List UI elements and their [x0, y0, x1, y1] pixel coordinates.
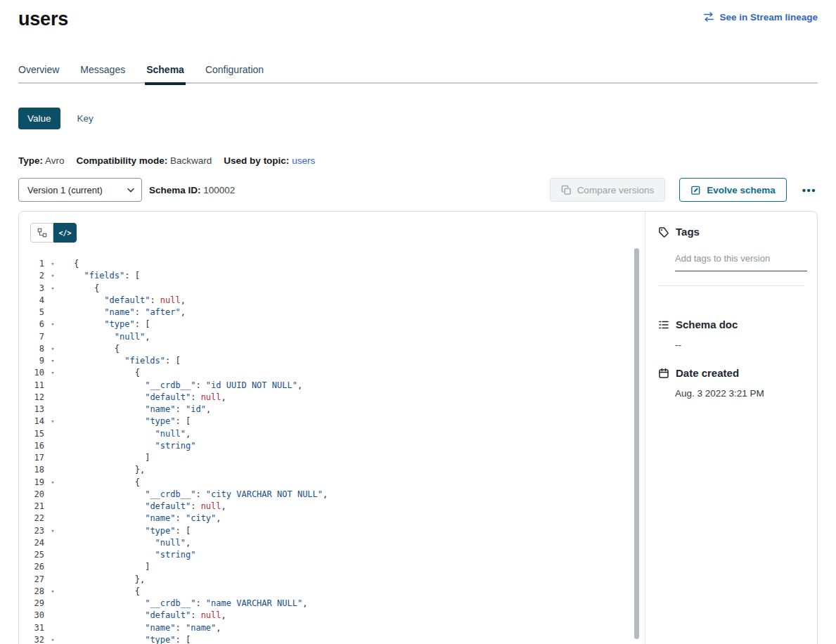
code-line: 12 "default": null,	[30, 392, 645, 404]
code-text: "null",	[74, 331, 150, 343]
fold-spacer	[49, 464, 57, 476]
version-select-value: Version 1 (current)	[27, 185, 103, 195]
schema-editor: </> 1▾{2▾ "fields": [3▾ {4 "default": nu…	[19, 212, 645, 644]
fold-spacer	[49, 622, 57, 634]
schema-sidebar: Tags Schema doc --	[645, 212, 817, 644]
line-number: 9	[30, 355, 44, 367]
line-number: 6	[30, 318, 44, 330]
fold-caret-icon[interactable]: ▾	[49, 525, 57, 537]
fold-caret-icon[interactable]: ▾	[49, 258, 57, 270]
more-options-button[interactable]: •••	[801, 184, 818, 196]
code-text: {	[74, 283, 99, 295]
line-number: 1	[30, 258, 44, 270]
line-number: 25	[30, 549, 44, 561]
evolve-schema-label: Evolve schema	[707, 185, 776, 195]
schema-doc-title: Schema doc	[676, 318, 738, 330]
code-text: "default": null,	[74, 610, 226, 622]
line-number: 23	[30, 525, 44, 537]
code-line: 27 },	[30, 574, 645, 586]
code-text: "default": null,	[74, 295, 186, 307]
fold-caret-icon[interactable]: ▾	[49, 283, 57, 295]
line-number: 10	[30, 367, 44, 379]
type-value: Avro	[45, 155, 65, 166]
code-line: 22 "name": "city",	[30, 513, 645, 524]
tab-messages[interactable]: Messages	[80, 64, 125, 75]
code-view-button[interactable]: </>	[53, 223, 77, 243]
topic-link[interactable]: users	[292, 155, 315, 166]
code-line: 23▾ "type": [	[30, 525, 645, 537]
code-line: 24 "null",	[30, 537, 645, 549]
stream-lineage-label: See in Stream lineage	[719, 12, 818, 22]
fold-caret-icon[interactable]: ▾	[49, 318, 57, 330]
code-text: "name": "id",	[74, 404, 211, 416]
fold-spacer	[49, 489, 57, 501]
compatibility-value: Backward	[170, 155, 212, 166]
fold-caret-icon[interactable]: ▾	[49, 586, 57, 598]
line-number: 21	[30, 501, 44, 513]
code-text: "default": null,	[74, 501, 226, 513]
line-number: 27	[30, 574, 44, 586]
line-number: 13	[30, 404, 44, 416]
compatibility-label: Compatibility mode:	[77, 155, 168, 166]
fold-spacer	[49, 380, 57, 392]
code-text: ]	[74, 561, 150, 573]
fold-spacer	[49, 307, 57, 318]
line-number: 31	[30, 622, 44, 634]
fold-caret-icon[interactable]: ▾	[49, 355, 57, 367]
code-line: 15 "null",	[30, 428, 645, 440]
fold-caret-icon[interactable]: ▾	[49, 270, 57, 282]
page-header: users See in Stream lineage	[0, 0, 836, 30]
code-line: 3▾ {	[30, 283, 645, 295]
code-text: "type": [	[74, 525, 191, 537]
fold-caret-icon[interactable]: ▾	[49, 367, 57, 379]
line-number: 16	[30, 440, 44, 452]
code-line: 4 "default": null,	[30, 295, 645, 307]
schema-id-label: Schema ID:	[149, 185, 201, 195]
fold-spacer	[49, 549, 57, 561]
code-text: "string"	[74, 549, 195, 561]
tab-schema[interactable]: Schema	[146, 64, 184, 75]
line-number: 24	[30, 537, 44, 549]
code-text: "fields": [	[74, 355, 181, 367]
fold-caret-icon[interactable]: ▾	[49, 477, 57, 489]
line-number: 11	[30, 380, 44, 392]
stream-lineage-link[interactable]: See in Stream lineage	[703, 11, 818, 22]
tree-view-button[interactable]	[30, 223, 53, 243]
fold-caret-icon[interactable]: ▾	[49, 634, 57, 644]
fold-spacer	[49, 392, 57, 404]
code-line: 11 "__crdb__": "id UUID NOT NULL",	[30, 380, 645, 392]
fold-spacer	[49, 331, 57, 343]
code-text: },	[74, 464, 145, 476]
code-text: "fields": [	[74, 270, 140, 282]
fold-caret-icon[interactable]: ▾	[49, 343, 57, 355]
schema-doc-section: Schema doc --	[658, 318, 804, 350]
version-select[interactable]: Version 1 (current)	[18, 178, 142, 202]
tab-configuration[interactable]: Configuration	[205, 64, 264, 75]
code-text: "default": null,	[74, 392, 226, 404]
editor-scrollbar[interactable]	[634, 248, 639, 639]
code-text: "__crdb__": "id UUID NOT NULL",	[74, 380, 302, 392]
compare-versions-button[interactable]: Compare versions	[550, 178, 666, 202]
fold-spacer	[49, 561, 57, 573]
code-line: 9▾ "fields": [	[30, 355, 645, 367]
fold-spacer	[49, 513, 57, 524]
fold-spacer	[49, 501, 57, 513]
fold-caret-icon[interactable]: ▾	[49, 416, 57, 427]
code-text: "type": [	[74, 416, 191, 427]
code-text: "string"	[74, 440, 195, 452]
code-line: 31 "name": "name",	[30, 622, 645, 634]
code-text: {	[74, 586, 140, 598]
code-view-icon: </>	[58, 229, 71, 237]
value-toggle-button[interactable]: Value	[18, 108, 60, 129]
date-created-value: Aug. 3 2022 3:21 PM	[675, 388, 804, 399]
code-line: 19▾ {	[30, 477, 645, 489]
date-created-title: Date created	[676, 367, 739, 379]
line-number: 15	[30, 428, 44, 440]
code-text: {	[74, 367, 140, 379]
key-toggle-button[interactable]: Key	[77, 113, 94, 124]
add-tags-input[interactable]	[675, 253, 807, 271]
code-line: 18 },	[30, 464, 645, 476]
evolve-schema-button[interactable]: Evolve schema	[679, 178, 787, 202]
code-line: 1▾{	[30, 258, 645, 270]
tab-overview[interactable]: Overview	[18, 64, 59, 75]
